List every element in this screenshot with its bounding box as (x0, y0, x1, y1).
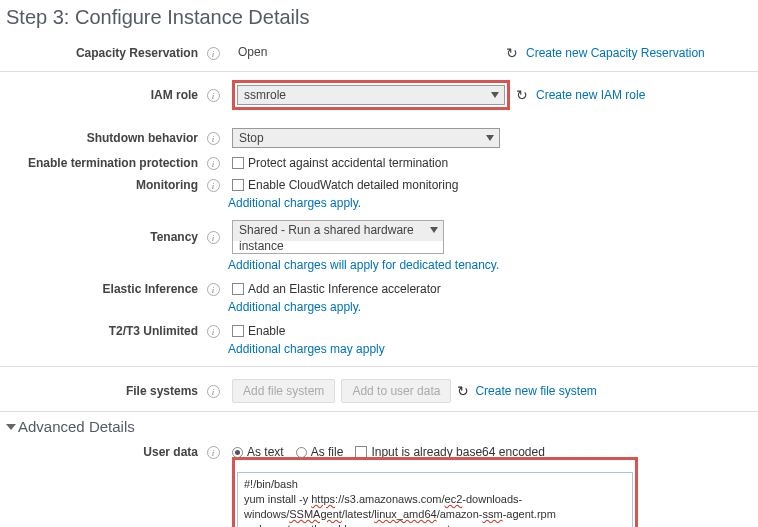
label-monitor: Monitoring (4, 178, 204, 192)
iam-select[interactable]: ssmrole (237, 85, 505, 105)
row-capacity: Capacity Reservation i Open ↻ Create new… (0, 39, 758, 67)
tenancy-select[interactable]: Shared - Run a shared hardware instance (233, 221, 443, 241)
refresh-icon[interactable]: ↻ (506, 45, 518, 61)
t2t3-checkbox[interactable] (232, 325, 244, 337)
add-userdata-button: Add to user data (341, 379, 451, 403)
info-icon[interactable]: i (207, 446, 220, 459)
info-icon[interactable]: i (207, 157, 220, 170)
info-icon[interactable]: i (207, 283, 220, 296)
info-icon[interactable]: i (207, 89, 220, 102)
userdata-radio-file[interactable] (296, 447, 307, 458)
info-icon[interactable]: i (207, 325, 220, 338)
info-icon[interactable]: i (207, 231, 220, 244)
label-userdata: User data (4, 445, 204, 459)
label-shutdown: Shutdown behavior (4, 131, 204, 145)
row-iam: IAM role i ssmrole ↻ Create new IAM role (0, 76, 758, 114)
elastic-cb-label: Add an Elastic Inference accelerator (248, 282, 441, 296)
row-userdata-text: #!/bin/bash yum install -y https://s3.am… (0, 453, 758, 527)
row-t2t3: T2/T3 Unlimited i Enable (0, 320, 758, 342)
elastic-checkbox[interactable] (232, 283, 244, 295)
shutdown-select[interactable]: Stop (232, 128, 500, 148)
row-monitor: Monitoring i Enable CloudWatch detailed … (0, 174, 758, 196)
monitor-charges-link[interactable]: Additional charges apply. (228, 196, 758, 210)
advanced-details-toggle[interactable]: Advanced Details (0, 411, 758, 441)
refresh-icon[interactable]: ↻ (516, 87, 528, 103)
row-elastic: Elastic Inference i Add an Elastic Infer… (0, 278, 758, 300)
label-termprot: Enable termination protection (4, 156, 204, 170)
info-icon[interactable]: i (207, 179, 220, 192)
label-elastic: Elastic Inference (4, 282, 204, 296)
capacity-select[interactable]: Open (232, 43, 500, 63)
row-fs: File systems i Add file system Add to us… (0, 371, 758, 411)
userdata-radio-text[interactable] (232, 447, 243, 458)
userdata-highlight: #!/bin/bash yum install -y https://s3.am… (232, 457, 638, 527)
row-shutdown: Shutdown behavior i Stop (0, 124, 758, 152)
add-fs-button: Add file system (232, 379, 335, 403)
termprot-cb-label: Protect against accidental termination (248, 156, 448, 170)
label-iam: IAM role (4, 88, 204, 102)
tenancy-charges-link[interactable]: Additional charges will apply for dedica… (228, 258, 758, 272)
info-icon[interactable]: i (207, 132, 220, 145)
label-fs: File systems (4, 384, 204, 398)
page-title: Step 3: Configure Instance Details (6, 6, 758, 29)
elastic-charges-link[interactable]: Additional charges apply. (228, 300, 758, 314)
userdata-textarea[interactable]: #!/bin/bash yum install -y https://s3.am… (237, 472, 633, 527)
create-iam-link[interactable]: Create new IAM role (536, 88, 645, 102)
advanced-details-title: Advanced Details (18, 418, 135, 435)
termprot-checkbox[interactable] (232, 157, 244, 169)
create-fs-link[interactable]: Create new file system (475, 384, 596, 398)
caret-down-icon (6, 424, 16, 430)
row-termprot: Enable termination protection i Protect … (0, 152, 758, 174)
monitor-cb-label: Enable CloudWatch detailed monitoring (248, 178, 458, 192)
monitor-checkbox[interactable] (232, 179, 244, 191)
info-icon[interactable]: i (207, 385, 220, 398)
label-tenancy: Tenancy (4, 230, 204, 244)
label-capacity: Capacity Reservation (4, 46, 204, 60)
create-capacity-link[interactable]: Create new Capacity Reservation (526, 46, 705, 60)
label-t2t3: T2/T3 Unlimited (4, 324, 204, 338)
info-icon[interactable]: i (207, 47, 220, 60)
row-tenancy: Tenancy i Shared - Run a shared hardware… (0, 216, 758, 258)
t2t3-charges-link[interactable]: Additional charges may apply (228, 342, 758, 356)
iam-highlight: ssmrole (232, 80, 510, 110)
refresh-icon[interactable]: ↻ (457, 383, 469, 399)
t2t3-cb-label: Enable (248, 324, 285, 338)
